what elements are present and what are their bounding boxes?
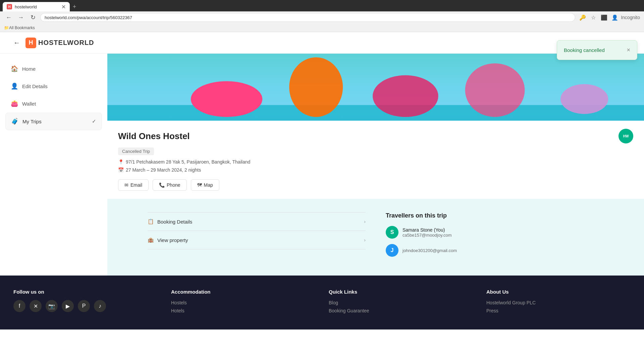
main-layout: 🏠 Home 👤 Edit Details 👛 Wallet 🧳 My Trip…: [0, 54, 644, 276]
booking-details-label: Booking Details: [157, 219, 192, 225]
tiktok-icon[interactable]: ♪: [94, 300, 106, 312]
footer-hotels-link[interactable]: Hotels: [171, 308, 315, 313]
bookmark-star-icon[interactable]: ☆: [589, 13, 598, 22]
travellers-title: Travellers on this trip: [386, 212, 604, 219]
footer-follow: Follow us on f ✕ 📷 ▶ P ♪: [13, 289, 158, 316]
tab-close-button[interactable]: ✕: [61, 4, 66, 10]
footer-accommodation: Accommodation Hostels Hotels: [171, 289, 315, 316]
map-icon: 🗺: [197, 182, 202, 188]
map-label: Map: [204, 182, 213, 188]
traveller-2-avatar: J: [386, 244, 398, 257]
browser-toolbar: ← → ↻ hostelworld.com/pwa/account/trip/5…: [0, 11, 644, 23]
sidebar-item-my-trips[interactable]: 🧳 My Trips ✓: [5, 113, 102, 130]
social-icons: f ✕ 📷 ▶ P ♪: [13, 300, 158, 312]
incognito-icon: 👤: [610, 13, 620, 22]
bookmarks-bar: 📁 All Bookmarks: [0, 23, 644, 32]
footer-about-us: About Us Hostelworld Group PLC Press: [486, 289, 631, 316]
logo: H HOSTELWORLD: [25, 38, 94, 48]
footer-hostels-link[interactable]: Hostels: [171, 300, 315, 305]
calendar-icon: 📅: [118, 167, 124, 173]
chevron-right-icon-2: ›: [364, 237, 366, 243]
active-tab[interactable]: H hostelworld ✕: [3, 2, 70, 11]
chevron-down-icon: ✓: [92, 118, 96, 124]
browser-chrome: H hostelworld ✕ + ← → ↻ hostelworld.com/…: [0, 0, 644, 23]
location-icon: 📍: [118, 159, 124, 165]
svg-point-4: [373, 75, 438, 117]
address-bar[interactable]: hostelworld.com/pwa/account/trip/5603223…: [40, 13, 575, 22]
sidebar-item-edit-details[interactable]: 👤 Edit Details: [5, 78, 102, 95]
footer-blog-link[interactable]: Blog: [329, 300, 473, 305]
traveller-1-email: ca5be157@moodjoy.com: [402, 233, 452, 238]
hotel-info: Wild Ones Hostel HW Cancelled Trip 📍 97/…: [107, 121, 644, 199]
toast-close-button[interactable]: ×: [627, 47, 630, 54]
booking-details-row[interactable]: 📋 Booking Details ›: [148, 212, 366, 231]
toolbar-actions: 🔑 ☆ ⬛ 👤 Incognito: [578, 13, 640, 22]
reload-button[interactable]: ↻: [28, 13, 38, 22]
travellers-section: Travellers on this trip S Samara Stone (…: [386, 212, 604, 262]
facebook-icon[interactable]: f: [13, 300, 25, 312]
traveller-2-email: johndoe301200@gmail.com: [402, 248, 457, 253]
traveller-item-1: S Samara Stone (You) ca5be157@moodjoy.co…: [386, 226, 604, 239]
view-property-left: 🏨 View property: [148, 237, 188, 243]
traveller-2-info: johndoe301200@gmail.com: [402, 248, 457, 253]
sidebar-edit-label: Edit Details: [22, 83, 48, 89]
browser-tabs: H hostelworld ✕ +: [0, 0, 644, 11]
sidebar: 🏠 Home 👤 Edit Details 👛 Wallet 🧳 My Trip…: [0, 54, 107, 276]
sidebar-home-label: Home: [22, 66, 36, 72]
accommodation-title: Accommodation: [171, 289, 315, 295]
site-footer: Follow us on f ✕ 📷 ▶ P ♪ Accommodation H…: [0, 276, 644, 329]
site-header: ← H HOSTELWORLD: [0, 32, 644, 54]
svg-point-2: [191, 81, 262, 117]
trips-icon: 🧳: [11, 118, 18, 125]
pinterest-icon[interactable]: P: [78, 300, 90, 312]
toast-notification: Booking cancelled ×: [557, 40, 637, 60]
phone-label: Phone: [167, 182, 180, 188]
traveller-1-info: Samara Stone (You) ca5be157@moodjoy.com: [402, 227, 452, 238]
booking-details-icon: 📋: [148, 219, 154, 225]
svg-point-5: [465, 63, 525, 117]
contact-buttons: ✉ Email 📞 Phone 🗺 Map: [118, 179, 633, 191]
footer-grid: Follow us on f ✕ 📷 ▶ P ♪ Accommodation H…: [13, 289, 631, 316]
svg-text:HW: HW: [623, 134, 629, 138]
new-tab-button[interactable]: +: [70, 2, 79, 11]
property-icon: 🏨: [148, 237, 154, 243]
email-icon: ✉: [124, 182, 128, 188]
sidebar-item-home[interactable]: 🏠 Home: [5, 60, 102, 77]
email-button[interactable]: ✉ Email: [118, 179, 149, 191]
wallet-icon: 👛: [11, 100, 18, 107]
youtube-icon[interactable]: ▶: [62, 300, 74, 312]
extensions-icon[interactable]: ⬛: [599, 13, 609, 22]
instagram-icon[interactable]: 📷: [46, 300, 58, 312]
hotel-name-row: Wild Ones Hostel HW: [118, 129, 633, 143]
twitter-icon[interactable]: ✕: [30, 300, 42, 312]
footer-press-link[interactable]: Press: [486, 308, 631, 313]
password-icon[interactable]: 🔑: [578, 13, 587, 22]
back-button[interactable]: ←: [4, 13, 13, 22]
view-property-row[interactable]: 🏨 View property ›: [148, 231, 366, 249]
traveller-item-2: J johndoe301200@gmail.com: [386, 244, 604, 257]
toast-message: Booking cancelled: [564, 47, 605, 53]
footer-booking-guarantee-link[interactable]: Booking Guarantee: [329, 308, 473, 313]
about-us-title: About Us: [486, 289, 631, 295]
sidebar-item-wallet[interactable]: 👛 Wallet: [5, 95, 102, 112]
back-nav-button[interactable]: ←: [13, 39, 20, 47]
phone-icon: 📞: [159, 182, 165, 188]
bookmarks-label: 📁: [4, 25, 9, 30]
phone-button[interactable]: 📞 Phone: [153, 179, 186, 191]
sidebar-trips-label: My Trips: [22, 119, 42, 124]
map-button[interactable]: 🗺 Map: [191, 179, 219, 191]
address-text: 97/1 Petchakasem 28 Yak 5, Pasijaroen, B…: [126, 159, 250, 165]
footer-hwg-link[interactable]: Hostelworld Group PLC: [486, 300, 631, 305]
svg-rect-1: [107, 105, 644, 121]
logo-text: HOSTELWORLD: [38, 39, 94, 47]
links-section: 📋 Booking Details › 🏨 View property ›: [148, 212, 366, 262]
hotel-image: [107, 54, 644, 121]
forward-button[interactable]: →: [16, 13, 25, 22]
chevron-right-icon: ›: [364, 219, 366, 224]
svg-point-6: [560, 84, 608, 114]
trip-sections: 📋 Booking Details › 🏨 View property ›: [107, 199, 644, 276]
hostelworld-badge: HW: [619, 129, 633, 143]
email-label: Email: [130, 182, 142, 188]
home-icon: 🏠: [11, 65, 18, 72]
all-bookmarks[interactable]: All Bookmarks: [9, 25, 35, 30]
